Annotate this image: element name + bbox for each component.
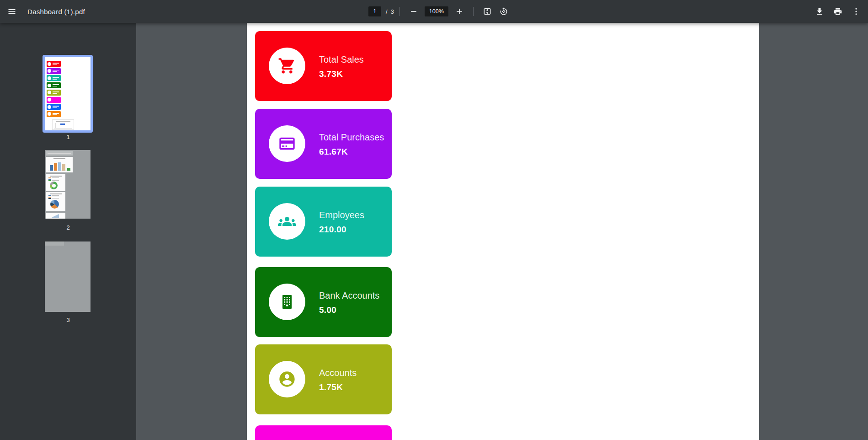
card-value: 210.00	[319, 225, 391, 235]
page2-area-chart-preview	[46, 213, 65, 219]
preview-card-strip	[47, 75, 61, 81]
zoom-in-button[interactable]	[451, 3, 468, 20]
stat-card-total-purchases: Total Purchases 61.67K	[255, 109, 392, 179]
toolbar-divider	[399, 7, 400, 16]
toolbar-center-controls: / 3	[368, 0, 512, 23]
thumbnail-page-1[interactable]	[43, 55, 93, 133]
zoom-out-button[interactable]	[405, 3, 422, 20]
card-title: Total Purchases	[319, 131, 391, 144]
card-value: 1.75K	[319, 382, 391, 392]
fit-to-page-icon	[483, 7, 492, 16]
stat-card-partial	[255, 425, 392, 440]
print-button[interactable]	[830, 3, 846, 20]
zoom-out-icon	[409, 7, 418, 16]
download-icon	[815, 7, 824, 16]
card-text: Employees 210.00	[319, 187, 391, 257]
preview-chart-card	[52, 119, 74, 130]
page-divider: /	[386, 8, 388, 15]
page-number-input[interactable]	[368, 6, 381, 16]
card-icon-circle	[269, 203, 305, 240]
thumbnail-page-2[interactable]	[45, 150, 91, 219]
page2-pie-chart-preview	[46, 192, 65, 211]
page2-donut-chart-preview	[46, 174, 65, 191]
rotate-ccw-icon	[499, 7, 508, 16]
preview-card-strip	[47, 61, 61, 67]
preview-card-strip	[47, 104, 61, 110]
stat-card-bank-accounts: Bank Accounts 5.00	[255, 267, 392, 337]
fit-to-page-button[interactable]	[479, 3, 495, 20]
card-icon-circle	[269, 361, 305, 397]
thumbnail-label-3: 3	[0, 317, 136, 323]
preview-card-strip	[47, 90, 61, 96]
building-icon	[278, 293, 296, 311]
zoom-in-icon	[455, 7, 464, 16]
pdf-viewer-toolbar: Dashboard (1).pdf / 3	[0, 0, 868, 23]
menu-icon	[7, 7, 16, 16]
thumbnail-label-2: 2	[0, 224, 136, 231]
card-title: Bank Accounts	[319, 290, 391, 302]
card-icon-circle	[269, 125, 305, 162]
card-icon-circle	[269, 284, 305, 320]
card-title: Employees	[319, 209, 391, 221]
card-text: Bank Accounts 5.00	[319, 267, 391, 337]
preview-card-strip	[47, 97, 61, 103]
card-value: 5.00	[319, 305, 391, 315]
person-circle-icon	[278, 370, 296, 388]
stat-card-total-sales: Total Sales 3.73K	[255, 31, 392, 101]
print-icon	[833, 7, 842, 16]
menu-button[interactable]	[4, 3, 20, 20]
thumbnail-sidebar: 1 2 3	[0, 23, 136, 440]
card-icon-circle	[269, 48, 305, 84]
rotate-button[interactable]	[495, 3, 512, 20]
card-title: Accounts	[319, 367, 391, 379]
page2-chart-preview	[46, 151, 73, 156]
document-title: Dashboard (1).pdf	[27, 8, 85, 16]
download-button[interactable]	[811, 3, 828, 20]
thumbnail-page-3[interactable]	[45, 241, 91, 312]
page3-preview-fragment	[45, 241, 64, 246]
preview-card-strip	[47, 82, 61, 88]
preview-card-strip	[47, 111, 61, 117]
stat-card-accounts: Accounts 1.75K	[255, 344, 392, 414]
credit-card-icon	[278, 134, 296, 153]
card-text: Total Purchases 61.67K	[319, 109, 391, 179]
zoom-level-input[interactable]	[425, 6, 448, 16]
card-title: Total Sales	[319, 54, 391, 66]
preview-card-strip	[47, 68, 61, 74]
card-text: Total Sales 3.73K	[319, 31, 391, 101]
page-count: 3	[391, 8, 394, 15]
page2-bar-chart-preview	[46, 157, 73, 172]
thumbnail-label-1: 1	[0, 134, 136, 140]
stat-card-employees: Employees 210.00	[255, 187, 392, 257]
toolbar-divider	[473, 7, 474, 16]
card-value: 61.67K	[319, 147, 391, 157]
more-vert-icon	[852, 7, 861, 16]
card-text: Accounts 1.75K	[319, 344, 391, 414]
toolbar-right-controls	[811, 0, 864, 23]
thumbnail-page-1-preview	[45, 57, 91, 130]
card-value: 3.73K	[319, 69, 391, 79]
cart-icon	[278, 57, 296, 75]
people-icon	[278, 212, 296, 231]
more-options-button[interactable]	[848, 3, 864, 20]
